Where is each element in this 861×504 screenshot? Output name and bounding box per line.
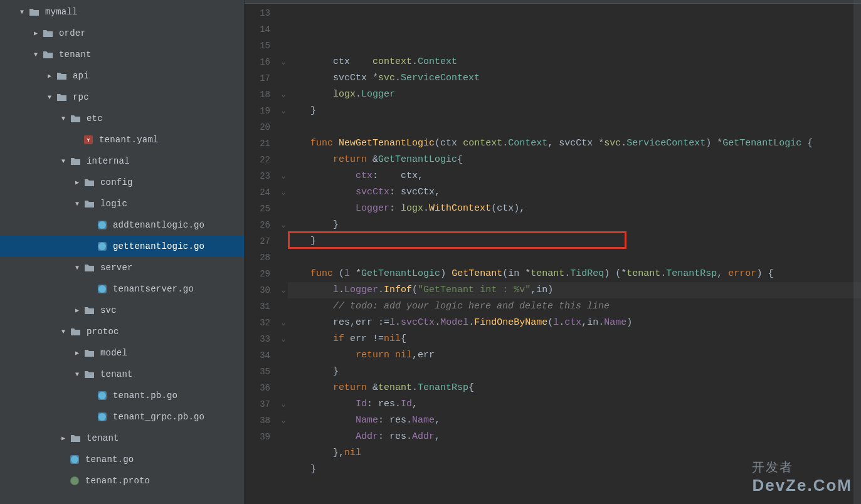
tree-folder[interactable]: ▶config: [0, 172, 244, 193]
tree-folder[interactable]: ▼rpc: [0, 87, 244, 108]
tree-file[interactable]: ▶gettenantlogic.go: [0, 236, 244, 257]
tree-item-label: etc: [87, 113, 103, 123]
fold-gutter[interactable]: ⌄⌄⌄⌄⌄⌄⌄⌄⌄⌄⌄: [279, 4, 288, 504]
expand-arrow-icon[interactable]: ▶: [73, 349, 82, 357]
fold-marker[interactable]: ⌄: [279, 331, 288, 347]
expand-arrow-icon[interactable]: ▼: [73, 263, 82, 272]
tree-folder[interactable]: ▼logic: [0, 193, 244, 214]
tree-folder[interactable]: ▶api: [0, 65, 244, 87]
code-line[interactable]: return nil,err: [288, 347, 861, 364]
file-tree[interactable]: ▼mymall▶order▼tenant▶api▼rpc▼etc▶Ytenant…: [0, 0, 245, 504]
tree-file[interactable]: ▶tenant.proto: [0, 470, 244, 491]
tree-file[interactable]: ▶tenant_grpc.pb.go: [0, 406, 244, 428]
expand-arrow-icon[interactable]: ▼: [59, 157, 68, 165]
fold-marker[interactable]: ⌄: [279, 184, 288, 201]
code-line[interactable]: func NewGetTenantLogic(ctx context.Conte…: [288, 135, 861, 152]
fold-marker[interactable]: ⌄: [279, 217, 288, 233]
folder-icon: [43, 50, 53, 60]
code-line[interactable]: // todo: add your logic here and delete …: [288, 298, 861, 315]
editor-scrollbar[interactable]: [853, 0, 861, 504]
code-text[interactable]: ctx context.Context svcCtx *svc.ServiceC…: [288, 4, 861, 504]
fold-marker: [279, 135, 288, 152]
tree-folder[interactable]: ▼mymall: [0, 1, 244, 23]
expand-arrow-icon[interactable]: ▼: [73, 199, 82, 208]
tree-folder[interactable]: ▼internal: [0, 150, 244, 172]
code-line[interactable]: svcCtx *svc.ServiceContext: [288, 70, 861, 87]
fold-marker[interactable]: ⌄: [279, 315, 288, 331]
tree-folder[interactable]: ▶order: [0, 23, 244, 44]
code-line[interactable]: Addr: res.Addr,: [288, 429, 861, 445]
line-number: 27: [245, 233, 279, 249]
code-line[interactable]: return &GetTenantLogic{: [288, 152, 861, 168]
fold-marker: [279, 429, 288, 445]
tree-item-label: tenant.yaml: [99, 135, 159, 145]
fold-marker[interactable]: ⌄: [279, 103, 288, 119]
expand-arrow-icon[interactable]: ▶: [31, 29, 40, 38]
code-line[interactable]: }: [288, 103, 861, 119]
code-line[interactable]: }: [288, 217, 861, 233]
code-line[interactable]: svcCtx: svcCtx,: [288, 184, 861, 201]
expand-arrow-icon[interactable]: ▶: [73, 306, 82, 315]
tree-item-label: rpc: [73, 92, 89, 102]
code-editor[interactable]: 1314151617181920212223242526272829303132…: [245, 0, 861, 504]
tree-folder[interactable]: ▼protoc: [0, 321, 244, 342]
line-number: 31: [245, 298, 279, 315]
expand-arrow-icon[interactable]: ▶: [59, 434, 68, 443]
code-line[interactable]: func (l *GetTenantLogic) GetTenant(in *t…: [288, 266, 861, 282]
fold-marker[interactable]: ⌄: [279, 412, 288, 429]
tree-folder[interactable]: ▼tenant: [0, 44, 244, 65]
code-line[interactable]: }: [288, 364, 861, 380]
code-line[interactable]: [288, 478, 861, 494]
code-line[interactable]: [288, 119, 861, 135]
tree-folder[interactable]: ▼etc: [0, 108, 244, 129]
code-line[interactable]: ctx context.Context: [288, 54, 861, 70]
code-line[interactable]: Logger: logx.WithContext(ctx),: [288, 201, 861, 217]
tree-folder[interactable]: ▶svc: [0, 300, 244, 321]
tree-folder[interactable]: ▶tenant: [0, 428, 244, 449]
tree-item-label: logic: [100, 199, 127, 209]
code-line[interactable]: return &tenant.TenantRsp{: [288, 380, 861, 396]
tree-file[interactable]: ▶tenantserver.go: [0, 278, 244, 300]
code-line[interactable]: Id: res.Id,: [288, 396, 861, 412]
folder-icon: [70, 156, 80, 166]
code-line[interactable]: l.Logger.Infof("GetTenant int : %v",in): [288, 282, 861, 298]
tree-file[interactable]: ▶Ytenant.yaml: [0, 129, 244, 150]
tree-file[interactable]: ▶addtenantlogic.go: [0, 214, 244, 236]
fold-marker[interactable]: ⌄: [279, 54, 288, 70]
fold-marker: [279, 233, 288, 249]
line-number: 21: [245, 135, 279, 152]
expand-arrow-icon[interactable]: ▶: [73, 178, 82, 187]
code-line[interactable]: logx.Logger: [288, 87, 861, 103]
fold-marker[interactable]: ⌄: [279, 396, 288, 412]
fold-marker: [279, 5, 288, 21]
expand-arrow-icon[interactable]: ▶: [45, 71, 54, 80]
expand-arrow-icon[interactable]: ▼: [31, 50, 40, 59]
tree-file[interactable]: ▶tenant.pb.go: [0, 385, 244, 406]
line-number: 17: [245, 70, 279, 87]
code-line[interactable]: res,err :=l.svcCtx.Model.FindOneByName(l…: [288, 315, 861, 331]
expand-arrow-icon[interactable]: ▼: [73, 370, 82, 379]
expand-arrow-icon[interactable]: ▼: [18, 8, 26, 16]
code-line[interactable]: }: [288, 233, 861, 249]
gofile-icon: [98, 221, 107, 229]
fold-marker[interactable]: ⌄: [279, 87, 288, 103]
code-line[interactable]: },nil: [288, 445, 861, 461]
code-line[interactable]: }: [288, 461, 861, 478]
line-number: 33: [245, 331, 279, 347]
expand-arrow-icon[interactable]: ▼: [59, 114, 68, 123]
line-number: 22: [245, 152, 279, 168]
tree-file[interactable]: ▶tenant.go: [0, 449, 244, 470]
tree-folder[interactable]: ▼tenant: [0, 364, 244, 385]
tree-folder[interactable]: ▶model: [0, 342, 244, 364]
fold-marker[interactable]: ⌄: [279, 282, 288, 298]
folder-icon: [84, 263, 94, 273]
code-line[interactable]: if err !=nil{: [288, 331, 861, 347]
fold-marker[interactable]: ⌄: [279, 168, 288, 184]
tree-folder[interactable]: ▼server: [0, 257, 244, 278]
code-line[interactable]: Name: res.Name,: [288, 412, 861, 429]
code-line[interactable]: ctx: ctx,: [288, 168, 861, 184]
expand-arrow-icon[interactable]: ▼: [45, 93, 54, 102]
expand-arrow-icon[interactable]: ▼: [59, 327, 68, 336]
protofile-icon: [70, 476, 79, 485]
code-line[interactable]: [288, 249, 861, 266]
